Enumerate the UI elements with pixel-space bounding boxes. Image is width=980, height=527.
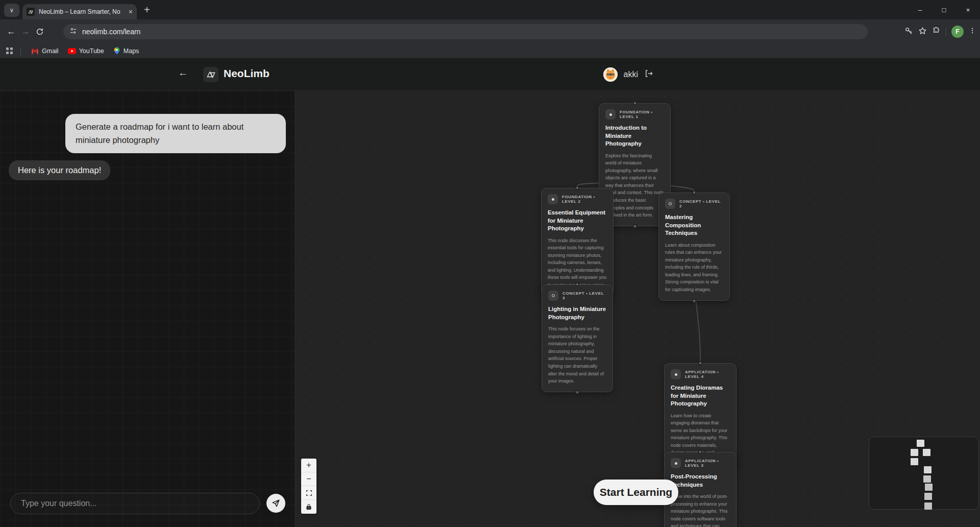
node-title: Post-Processing Techniques: [671, 473, 730, 489]
profile-avatar[interactable]: F: [951, 26, 964, 38]
question-input[interactable]: [10, 493, 260, 514]
user-message-bubble: Generate a roadmap for i want to learn a…: [65, 114, 286, 153]
extensions-puzzle-icon[interactable]: [932, 27, 941, 37]
bookmark-maps[interactable]: Maps: [110, 47, 142, 55]
start-learning-button[interactable]: Start Learning: [594, 480, 678, 505]
toolbar-separator: [946, 27, 946, 36]
chat-panel: Generate a roadmap for i want to learn a…: [0, 91, 295, 527]
minimap-node: [911, 449, 918, 456]
neolimb-favicon-icon: [27, 8, 35, 16]
node-handle[interactable]: [633, 224, 637, 228]
app-back-icon[interactable]: ←: [178, 67, 188, 79]
node-badge: CONCEPT • LEVEL 3: [562, 291, 606, 300]
bookmark-youtube[interactable]: YouTube: [65, 47, 107, 55]
neolimb-logo-icon: [203, 67, 218, 82]
application-badge-icon: [671, 369, 681, 379]
bot-message-bubble: Here is your roadmap!: [9, 160, 110, 180]
bookmarks-bar: Gmail YouTube Maps: [0, 44, 980, 58]
app-header: ← NeoLimb akki: [0, 58, 980, 91]
toolbar-right: F: [904, 19, 976, 44]
bookmark-gmail[interactable]: Gmail: [28, 47, 62, 55]
node-badge: FOUNDATION • LEVEL 2: [562, 195, 607, 204]
node-handle[interactable]: [692, 299, 696, 303]
url-bar[interactable]: neolimb.com/learn: [63, 24, 868, 39]
url-text: neolimb.com/learn: [82, 28, 140, 36]
minimap-node: [924, 466, 932, 473]
node-description: This node focuses on the importance of l…: [548, 325, 606, 385]
foundation-badge-icon: [605, 109, 616, 119]
concept-badge-icon: [548, 291, 558, 301]
user-avatar-cat[interactable]: [603, 67, 618, 82]
node-title: Mastering Composition Techniques: [665, 213, 723, 237]
minimize-icon[interactable]: –: [908, 0, 932, 19]
node-handle[interactable]: [698, 361, 702, 365]
maps-icon: [113, 47, 120, 55]
concept-badge-icon: [665, 199, 675, 209]
page-content: Generate a roadmap for i want to learn a…: [0, 91, 980, 527]
node-title: Essential Equipment for Miniature Photog…: [548, 209, 607, 233]
maximize-icon[interactable]: □: [932, 0, 956, 19]
header-user-area: akki: [603, 65, 653, 84]
zoom-in-button[interactable]: +: [301, 459, 316, 472]
window-controls: – □ ×: [908, 0, 980, 19]
username: akki: [624, 70, 638, 79]
fit-view-button[interactable]: [301, 486, 316, 500]
forward-icon[interactable]: →: [18, 25, 33, 39]
back-icon[interactable]: ←: [4, 25, 18, 39]
bookmarks-separator: [20, 47, 21, 55]
node-handle[interactable]: [692, 190, 696, 195]
minimap-node: [923, 449, 930, 456]
chevron-down-icon: ∨: [10, 7, 14, 14]
browser-titlebar: ∨ NeoLimb – Learn Smarter, Not × + – □ ×: [0, 0, 980, 19]
new-tab-button[interactable]: +: [144, 4, 150, 16]
app-title: NeoLimb: [224, 67, 270, 80]
apps-grid-icon[interactable]: [6, 47, 13, 55]
roadmap-node-composition[interactable]: CONCEPT • LEVEL 2 Mastering Composition …: [658, 193, 730, 301]
minimap-node: [924, 502, 932, 510]
node-description: Explore the fascinating world of miniatu…: [605, 152, 664, 219]
node-handle[interactable]: [633, 101, 637, 105]
tab-close-icon[interactable]: ×: [129, 8, 133, 15]
site-info-icon[interactable]: [69, 27, 77, 37]
zoom-out-button[interactable]: −: [301, 472, 316, 486]
reload-icon[interactable]: [33, 25, 47, 39]
node-handle[interactable]: [575, 390, 579, 394]
node-handle[interactable]: [698, 450, 702, 454]
node-handle[interactable]: [575, 282, 579, 286]
node-description: Learn about composition rules that can e…: [665, 242, 723, 294]
node-title: Lighting in Miniature Photography: [548, 305, 606, 321]
node-badge: APPLICATION • LEVEL 4: [685, 370, 730, 379]
close-icon[interactable]: ×: [956, 0, 980, 19]
roadmap-node-lighting[interactable]: CONCEPT • LEVEL 3 Lighting in Miniature …: [542, 284, 613, 392]
node-badge: APPLICATION • LEVEL 3: [685, 459, 730, 468]
node-description: This node discusses the essential tools …: [548, 237, 607, 289]
lock-button[interactable]: [301, 500, 316, 514]
bookmark-star-icon[interactable]: [918, 27, 927, 37]
password-key-icon[interactable]: [904, 27, 913, 37]
minimap-node: [925, 484, 933, 491]
gmail-icon: [31, 48, 39, 54]
logout-icon[interactable]: [644, 69, 653, 80]
flow-minimap[interactable]: [869, 437, 979, 510]
node-description: Delve into the world of post-processing …: [671, 493, 730, 527]
tab-search-button[interactable]: ∨: [4, 4, 19, 17]
browser-tab[interactable]: NeoLimb – Learn Smarter, Not ×: [22, 4, 137, 19]
node-title: Creating Dioramas for Miniature Photogra…: [671, 384, 730, 408]
roadmap-canvas[interactable]: FOUNDATION • LEVEL 1 Introduction to Min…: [295, 91, 980, 527]
node-title: Introduction to Miniature Photography: [605, 124, 664, 148]
lock-icon: [306, 504, 312, 510]
fit-view-icon: [306, 490, 312, 496]
menu-kebab-icon[interactable]: [969, 27, 976, 37]
paper-plane-icon: [272, 499, 280, 508]
roadmap-node-equipment[interactable]: FOUNDATION • LEVEL 2 Essential Equipment…: [541, 188, 614, 296]
send-button[interactable]: [266, 494, 285, 513]
minimap-node: [911, 458, 918, 465]
foundation-badge-icon: [548, 194, 558, 204]
node-badge: FOUNDATION • LEVEL 1: [620, 110, 664, 119]
browser-toolbar: ← → neolimb.com/learn F: [0, 19, 980, 44]
minimap-node: [923, 475, 931, 483]
minimap-node: [917, 440, 924, 447]
tab-title: NeoLimb – Learn Smarter, Not: [39, 8, 120, 15]
application-badge-icon: [671, 458, 681, 468]
node-handle[interactable]: [575, 186, 579, 190]
